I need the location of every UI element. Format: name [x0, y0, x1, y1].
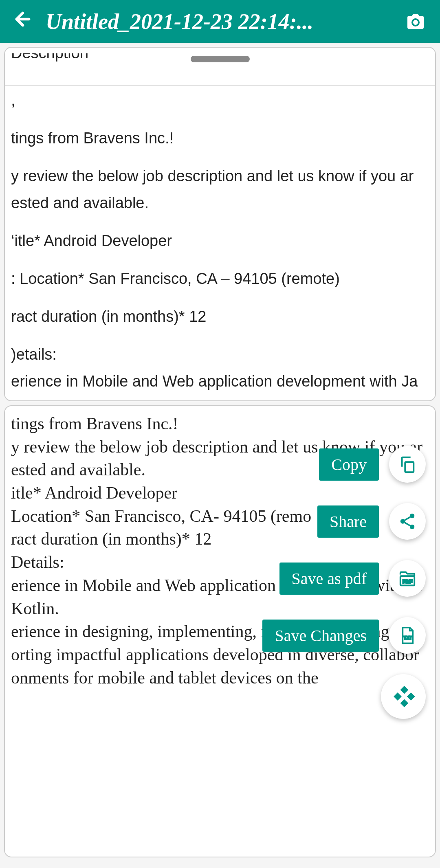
diamond-grid-icon [392, 685, 415, 708]
svg-point-3 [410, 525, 415, 530]
svg-rect-9 [407, 692, 415, 701]
ocr-source-text: , tings from Bravens Inc.! y review the … [5, 85, 435, 401]
fab-main-button[interactable] [381, 674, 426, 719]
fab-pdf-row: Save as pdf PDF [262, 560, 426, 597]
copy-label: Copy [319, 448, 379, 481]
svg-point-2 [400, 519, 405, 524]
txt-icon: TXT [398, 626, 417, 645]
text-line: tings from Bravens Inc.! [11, 412, 429, 435]
fab-main-row [262, 674, 426, 719]
fab-share-row: Share [262, 503, 426, 540]
app-header: Untitled_2021-12-23 22:14:... [0, 0, 440, 43]
pdf-icon: PDF [398, 569, 417, 588]
svg-rect-7 [400, 686, 408, 694]
page-title: Untitled_2021-12-23 22:14:... [46, 9, 391, 34]
share-icon [398, 512, 417, 531]
camera-icon[interactable] [403, 12, 428, 31]
pdf-label: Save as pdf [279, 563, 379, 595]
copy-button[interactable] [389, 446, 426, 483]
save-label: Save Changes [262, 620, 379, 652]
fab-copy-row: Copy [262, 446, 426, 483]
save-txt-button[interactable]: TXT [389, 617, 426, 654]
cutoff-text: Description [5, 53, 435, 66]
share-label: Share [317, 505, 379, 538]
fab-save-row: Save Changes TXT [262, 617, 426, 654]
copy-icon [398, 455, 417, 474]
svg-rect-10 [400, 699, 408, 707]
svg-point-1 [410, 514, 415, 519]
image-preview-panel: Description , tings from Bravens Inc.! y… [4, 47, 436, 401]
fab-menu: Copy Share Save as pdf PDF Save Chan [262, 446, 426, 719]
svg-text:PDF: PDF [403, 579, 412, 584]
share-button[interactable] [389, 503, 426, 540]
svg-rect-0 [405, 462, 414, 472]
save-pdf-button[interactable]: PDF [389, 560, 426, 597]
svg-text:TXT: TXT [404, 635, 412, 640]
back-button[interactable] [12, 9, 33, 35]
svg-rect-8 [394, 692, 402, 701]
